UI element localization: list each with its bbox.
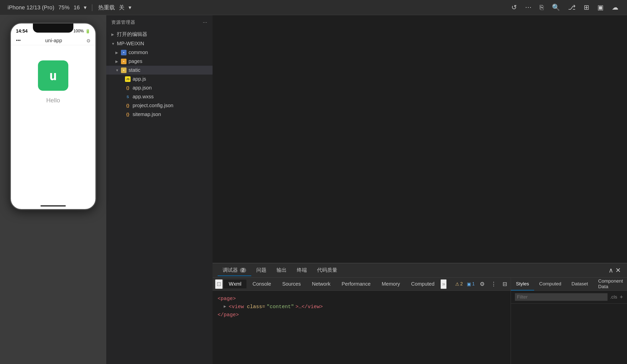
uni-logo-text: u <box>49 68 57 83</box>
more-dots-icon: ••• <box>16 38 21 43</box>
arrow-icon: ▾ <box>84 4 87 11</box>
open-editors-arrow: ▶ <box>111 32 115 36</box>
tree-item-common[interactable]: ▶ ▪ common <box>106 48 213 57</box>
componentdata-label: Component Data <box>598 278 623 289</box>
appjs-label: app.js <box>133 76 146 82</box>
filter-input[interactable] <box>515 293 608 301</box>
json-icon-3: {} <box>125 112 131 117</box>
inner-tab-memory[interactable]: Memory <box>377 280 405 288</box>
more-tabs-button[interactable]: » <box>441 279 447 289</box>
appjson-label: app.json <box>133 85 152 91</box>
styles-tabs: Styles Computed Dataset Component Data <box>511 278 627 291</box>
cloud-button[interactable]: ☁ <box>611 3 619 12</box>
devtools-tabs-bar: 调试器 2 问题 输出 终端 代码质量 <box>213 263 627 278</box>
status-right: 100% 🔋 <box>73 29 90 34</box>
view-open-tag: <view <box>229 303 244 311</box>
tab-output[interactable]: 输出 <box>271 265 292 276</box>
cls-button[interactable]: .cls <box>610 294 617 300</box>
tree-item-appwxss[interactable]: ▶ S app.wxss <box>106 92 213 101</box>
project-root-item[interactable]: ▼ MP-WEIXIN <box>106 39 213 48</box>
copy-icon-button[interactable]: ⎘ <box>539 3 545 12</box>
tree-item-appjson[interactable]: ▶ {} app.json <box>106 83 213 92</box>
git-button[interactable]: ⎇ <box>567 3 577 12</box>
tab-codequality[interactable]: 代码质量 <box>312 265 342 276</box>
explorer-title: 资源管理器 <box>111 19 135 25</box>
styles-tab-computed[interactable]: Computed <box>534 278 567 290</box>
xml-line-3: </page> <box>218 311 506 319</box>
console-tab-label: Console <box>253 281 271 287</box>
warning-badge: ⚠ 2 <box>455 281 463 287</box>
status-time: 14:54 <box>16 29 28 34</box>
header-right-icons: ⊙ <box>87 38 90 43</box>
output-label: 输出 <box>277 267 287 274</box>
json-icon-1: {} <box>125 85 131 91</box>
project-arrow: ▼ <box>111 42 115 46</box>
xml-line2-arrow[interactable]: ▶ <box>224 304 226 310</box>
styles-tab-styles[interactable]: Styles <box>511 278 534 290</box>
phone-frame: 14:54 100% 🔋 ••• uni-app ⊙ <box>10 23 96 210</box>
more-button[interactable]: ⋯ <box>524 3 533 12</box>
inner-tab-computed-extra[interactable]: Computed <box>406 280 440 288</box>
file-tree-header: 资源管理器 ⋯ <box>106 15 213 29</box>
tree-item-appjs[interactable]: ▶ JS app.js <box>106 75 213 83</box>
inner-tab-sources[interactable]: Sources <box>277 280 306 288</box>
styles-filter-bar: .cls + <box>511 291 627 304</box>
devtools-minimize-button[interactable]: ∧ <box>608 265 614 275</box>
folder-blue-icon: ▪ <box>121 50 127 55</box>
refresh-button[interactable]: ↺ <box>510 3 518 12</box>
styles-panel: Styles Computed Dataset Component Data <box>511 278 627 364</box>
tab-debugger[interactable]: 调试器 2 <box>218 265 251 276</box>
static-arrow: ▼ <box>115 68 119 72</box>
pages-arrow: ▶ <box>115 59 119 63</box>
debugger-badge: 2 <box>240 268 246 273</box>
folder-yellow-icon: ▪ <box>121 67 127 73</box>
index-label: 16 <box>74 4 80 11</box>
search-button[interactable]: 🔍 <box>551 3 561 12</box>
options-button[interactable]: ⋮ <box>490 280 497 288</box>
dataset-label: Dataset <box>571 281 588 287</box>
element-picker-button[interactable]: ⊡ <box>215 279 223 289</box>
tree-item-static[interactable]: ▼ ▪ static <box>106 66 213 75</box>
file-explorer: 资源管理器 ⋯ ▶ 打开的编辑器 ▼ MP-WEIXIN ▶ ▪ common … <box>106 15 213 364</box>
codequality-label: 代码质量 <box>317 267 337 274</box>
inner-tab-network[interactable]: Network <box>307 280 336 288</box>
tree-item-pages[interactable]: ▶ ▪ pages <box>106 57 213 66</box>
inner-tab-console[interactable]: Console <box>247 280 276 288</box>
computed-tab-label: Computed <box>411 281 434 287</box>
class-value: "content" <box>267 303 294 311</box>
add-style-button[interactable]: + <box>620 294 623 300</box>
projectconfig-label: project.config.json <box>133 103 173 108</box>
top-bar: iPhone 12/13 (Pro) 75% 16 ▾ │ 热重载 关 ▾ ↺ … <box>0 0 627 15</box>
tree-item-sitemap[interactable]: ▶ {} sitemap.json <box>106 110 213 119</box>
styles-tab-componentdata[interactable]: Component Data <box>593 278 627 290</box>
pages-label: pages <box>129 58 142 64</box>
top-bar-icons: ↺ ⋯ ⎘ 🔍 ⎇ ⊞ ▣ ☁ <box>510 3 619 12</box>
debugger-label: 调试器 <box>223 267 238 274</box>
tab-problems[interactable]: 问题 <box>251 265 271 276</box>
devtools-close-button[interactable]: ✕ <box>614 265 622 275</box>
record-icon: ⊙ <box>87 38 90 43</box>
xml-line-2[interactable]: ▶ <view class="content" >…</view> <box>218 303 506 311</box>
error-badge: ▣ 1 <box>467 281 475 287</box>
tree-item-projectconfig[interactable]: ▶ {} project.config.json <box>106 101 213 110</box>
header-left-icons: ••• <box>16 38 21 43</box>
square-button[interactable]: ▣ <box>596 3 605 12</box>
separator-1: │ <box>91 4 94 11</box>
explorer-more-icon[interactable]: ⋯ <box>203 19 207 25</box>
uni-app-logo: u <box>38 60 68 91</box>
battery-label: 100% <box>73 29 84 33</box>
xml-panel: <page> ▶ <view class="content" >…</view>… <box>213 291 511 364</box>
inner-tab-wxml[interactable]: Wxml <box>224 280 246 288</box>
open-editors-item[interactable]: ▶ 打开的编辑器 <box>106 29 213 39</box>
settings-button[interactable]: ⚙ <box>479 280 486 288</box>
main-row: 14:54 100% 🔋 ••• uni-app ⊙ <box>0 15 627 364</box>
dock-button[interactable]: ⊟ <box>501 280 508 288</box>
inner-tab-performance[interactable]: Performance <box>337 280 376 288</box>
home-indicator <box>40 205 66 207</box>
grid-button[interactable]: ⊞ <box>583 3 590 12</box>
tab-terminal[interactable]: 终端 <box>292 265 312 276</box>
devtools-main: ⊡ Wxml Console Sources Network <box>213 278 627 364</box>
phone-header: ••• uni-app ⊙ <box>11 36 95 45</box>
editor-area <box>213 15 627 263</box>
styles-tab-dataset[interactable]: Dataset <box>566 278 593 290</box>
